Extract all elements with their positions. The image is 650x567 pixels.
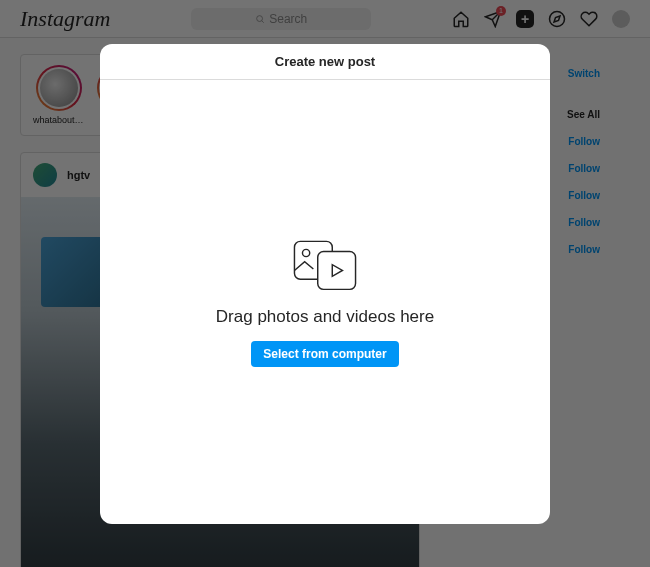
select-from-computer-button[interactable]: Select from computer (251, 341, 398, 367)
create-post-modal: Create new post Drag photos and videos h… (100, 44, 550, 524)
media-upload-icon (290, 237, 360, 293)
drag-instruction-text: Drag photos and videos here (216, 307, 434, 327)
svg-rect-6 (318, 251, 356, 289)
modal-drop-area[interactable]: Drag photos and videos here Select from … (100, 80, 550, 524)
svg-point-5 (302, 249, 309, 256)
modal-overlay[interactable]: Create new post Drag photos and videos h… (0, 0, 650, 567)
modal-title: Create new post (100, 44, 550, 80)
